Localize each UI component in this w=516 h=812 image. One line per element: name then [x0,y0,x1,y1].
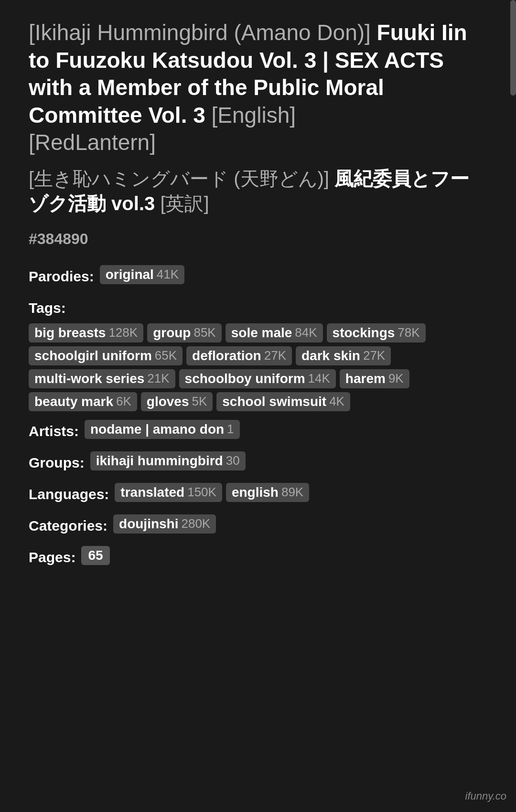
gallery-id: #384890 [29,230,487,248]
tag-name: dark skin [301,348,360,363]
parodies-row: Parodies: original 41K [29,265,487,288]
tag-dark-skin[interactable]: dark skin 27K [296,346,391,365]
tag-name: stockings [333,325,395,341]
tag-count: 21K [147,371,169,386]
artists-row: Artists: nodame | amano don 1 [29,420,487,443]
languages-row: Languages: translated 150K english 89K [29,483,487,506]
tag-group[interactable]: group 85K [147,323,222,342]
tag-name: big breasts [34,325,106,341]
tag-original[interactable]: original 41K [100,265,184,284]
tag-name: schoolgirl uniform [34,348,152,363]
tag-count: 14K [308,371,330,386]
tag-multi-work-series[interactable]: multi-work series 21K [29,369,175,388]
tag-count: 27K [363,348,385,363]
groups-label: Groups: [29,451,85,474]
scrollbar[interactable] [510,0,516,96]
pages-row: Pages: 65 [29,546,487,569]
languages-tags: translated 150K english 89K [115,483,309,502]
tag-count: 150K [187,485,216,500]
categories-tags: doujinshi 280K [113,514,216,534]
tag-name: harem [345,371,386,386]
tag-gloves[interactable]: gloves 5K [141,392,213,411]
tag-name: school swimsuit [222,394,326,409]
tag-schoolgirl-uniform[interactable]: schoolgirl uniform 65K [29,346,183,365]
tag-count: 65K [155,348,177,363]
tag-count: 6K [116,394,131,409]
categories-row: Categories: doujinshi 280K [29,514,487,537]
tag-count: 280K [181,516,210,531]
pages-number: 65 [81,546,109,565]
tag-name: doujinshi [119,516,178,532]
tag-name: translated [120,485,184,500]
languages-label: Languages: [29,483,109,506]
tag-stockings[interactable]: stockings 78K [327,323,426,342]
watermark: ifunny.co [465,790,506,802]
tag-name: gloves [147,394,189,409]
title-main: [Ikihaji Hummingbird (Amano Don)] Fuuki … [29,19,487,157]
tag-count: 5K [192,394,207,409]
tag-count: 30 [226,453,240,468]
tag-count: 128K [108,325,138,340]
tag-big-breasts[interactable]: big breasts 128K [29,323,143,342]
title-prefix: [Ikihaji Hummingbird (Amano Don)] [29,20,371,45]
tag-sole-male[interactable]: sole male 84K [226,323,323,342]
tag-name: ikihaji hummingbird [96,453,223,469]
parodies-tags: original 41K [100,265,184,284]
tag-count: 27K [264,348,286,363]
tag-name: group [153,325,191,341]
tag-count: 1 [227,422,234,437]
tag-count: 78K [398,325,419,340]
tag-name: nodame | amano don [90,422,224,437]
pages-value: 65 [81,546,109,565]
tag-doujinshi[interactable]: doujinshi 280K [113,514,216,534]
tag-count: 4K [329,394,344,409]
tag-name: schoolboy uniform [185,371,305,386]
artists-label: Artists: [29,420,79,443]
tag-english[interactable]: english 89K [226,483,309,502]
tag-ikihaji-hummingbird[interactable]: ikihaji hummingbird 30 [90,451,246,470]
groups-tags: ikihaji hummingbird 30 [90,451,246,470]
tags-row: Tags: big breasts 128K group 85K sole ma… [29,297,487,411]
title-japanese: [生き恥ハミングバード (天野どん)] 風紀委員とフーゾク活動 vol.3 [英… [29,166,487,216]
tag-name: original [106,267,154,282]
tag-schoolboy-uniform[interactable]: schoolboy uniform 14K [179,369,336,388]
title-suffix2: [RedLantern] [29,130,156,155]
categories-label: Categories: [29,514,108,537]
title-block: [Ikihaji Hummingbird (Amano Don)] Fuuki … [29,19,487,216]
tag-name: defloration [192,348,261,363]
tag-name: sole male [231,325,292,341]
tag-count: 85K [194,325,215,340]
jp-prefix: [生き恥ハミングバード (天野どん)] [29,168,329,189]
tag-name: multi-work series [34,371,144,386]
tag-count: 84K [295,325,317,340]
tag-harem[interactable]: harem 9K [340,369,409,388]
tag-nodame-amano-don[interactable]: nodame | amano don 1 [85,420,240,439]
tag-name: beauty mark [34,394,113,409]
all-tags: big breasts 128K group 85K sole male 84K… [29,323,487,411]
tag-translated[interactable]: translated 150K [115,483,222,502]
artists-tags: nodame | amano don 1 [85,420,240,439]
title-suffix1: [English] [205,103,296,128]
jp-suffix: [英訳] [155,193,209,214]
tags-label: Tags: [29,297,66,320]
tag-defloration[interactable]: defloration 27K [186,346,292,365]
parodies-label: Parodies: [29,265,94,288]
tag-count: 89K [281,485,303,500]
pages-label: Pages: [29,546,75,569]
tag-beauty-mark[interactable]: beauty mark 6K [29,392,137,411]
groups-row: Groups: ikihaji hummingbird 30 [29,451,487,474]
tag-count: 41K [157,267,179,282]
tag-count: 9K [388,371,404,386]
tag-school-swimsuit[interactable]: school swimsuit 4K [216,392,350,411]
tag-name: english [232,485,279,500]
